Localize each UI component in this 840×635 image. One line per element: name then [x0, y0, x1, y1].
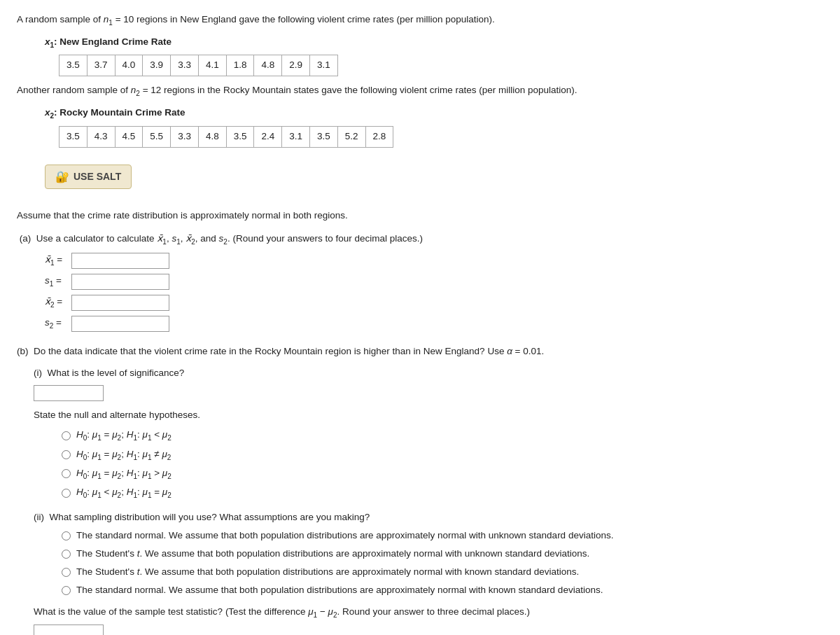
x1-data-table: 3.53.74.03.93.34.11.84.82.93.1 [59, 55, 338, 76]
sampling-label-3: The Student's t. We assume that both pop… [76, 565, 579, 580]
part-b-label: (b) Do the data indicate that the violen… [17, 344, 823, 359]
test-statistic-question: What is the value of the sample test sta… [34, 605, 823, 620]
hypothesis-option-3[interactable]: H0: μ1 = μ2; H1: μ1 > μ2 [62, 466, 823, 482]
sampling-radio-1[interactable] [62, 531, 71, 540]
salt-icon: 🔐 [55, 170, 69, 183]
null-alt-label: State the null and alternate hypotheses. [34, 408, 823, 423]
sampling-option-3[interactable]: The Student's t. We assume that both pop… [62, 565, 823, 580]
sampling-label-1: The standard normal. We assume that both… [76, 529, 613, 543]
part-a-assumption: Assume that the crime rate distribution … [17, 209, 823, 223]
x2-mean-label: x̄2 = [45, 295, 71, 310]
x2-data-cell: 5.2 [337, 126, 365, 147]
s1-input[interactable] [71, 274, 169, 290]
x2-data-cell: 4.8 [198, 126, 226, 147]
x2-mean-input[interactable] [71, 295, 169, 311]
x1-data-cell: 3.9 [143, 55, 171, 76]
x2-data-cell: 4.3 [87, 126, 115, 147]
sampling-radio-4[interactable] [62, 586, 71, 595]
x2-data-table: 3.54.34.55.53.34.83.52.43.13.55.22.8 [59, 126, 393, 148]
x1-data-cell: 4.1 [198, 55, 226, 76]
x1-mean-input[interactable] [71, 253, 169, 269]
use-salt-button[interactable]: 🔐 USE SALT [45, 165, 132, 189]
x1-data-cell: 2.9 [282, 55, 310, 76]
x2-data-cell: 4.5 [115, 126, 143, 147]
hypothesis-option-2[interactable]: H0: μ1 = μ2; H1: μ1 ≠ μ2 [62, 447, 823, 463]
s1-label: s1 = [45, 274, 71, 289]
hypothesis-radio-2[interactable] [62, 450, 71, 459]
s2-row: s2 = [45, 316, 823, 332]
x1-data-cell: 4.0 [115, 55, 143, 76]
part-i-question: (i) What is the level of significance? [34, 366, 823, 381]
s2-label: s2 = [45, 316, 71, 331]
x1-data-cell: 3.5 [59, 55, 88, 76]
x2-data-cell: 2.8 [365, 126, 393, 147]
x2-data-cell: 3.3 [171, 126, 199, 147]
significance-input[interactable] [34, 385, 104, 401]
x2-data-cell: 5.5 [143, 126, 171, 147]
sampling-option-1[interactable]: The standard normal. We assume that both… [62, 529, 823, 543]
x2-mean-row: x̄2 = [45, 295, 823, 311]
x1-data-cell: 4.8 [254, 55, 282, 76]
s1-row: s1 = [45, 274, 823, 290]
x2-data-cell: 3.1 [282, 126, 310, 147]
hypothesis-label-2: H0: μ1 = μ2; H1: μ1 ≠ μ2 [76, 447, 171, 463]
sampling-option-4[interactable]: The standard normal. We assume that both… [62, 583, 823, 598]
hypothesis-radio-4[interactable] [62, 489, 71, 498]
x1-data-cell: 3.7 [87, 55, 115, 76]
intro-line2: Another random sample of n2 = 12 regions… [17, 83, 823, 99]
part-i-section: (i) What is the level of significance? S… [34, 366, 823, 501]
hypothesis-radio-3[interactable] [62, 469, 71, 478]
part-a-instruction: (a) Use a calculator to calculate x̄1, s… [17, 232, 823, 247]
x1-label: x1: New England Crime Rate [45, 35, 823, 50]
intro-line1: A random sample of n1 = 10 regions in Ne… [17, 13, 823, 28]
x2-data-cell: 3.5 [226, 126, 254, 147]
x1-data-cell: 1.8 [226, 55, 254, 76]
hypothesis-label-4: H0: μ1 < μ2; H1: μ1 = μ2 [76, 485, 172, 501]
part-ii-section: (ii) What sampling distribution will you… [34, 510, 823, 635]
part-b-section: (b) Do the data indicate that the violen… [17, 344, 823, 635]
hypothesis-option-1[interactable]: H0: μ1 = μ2; H1: μ1 < μ2 [62, 428, 823, 443]
sampling-options-group: The standard normal. We assume that both… [62, 529, 823, 598]
x2-data-cell: 2.4 [254, 126, 282, 147]
part-ii-question: (ii) What sampling distribution will you… [34, 510, 823, 525]
salt-label: USE SALT [74, 171, 121, 182]
x2-label: x2: Rocky Mountain Crime Rate [45, 106, 823, 121]
hypothesis-option-4[interactable]: H0: μ1 < μ2; H1: μ1 = μ2 [62, 485, 823, 501]
sampling-option-2[interactable]: The Student's t. We assume that both pop… [62, 547, 823, 561]
sampling-radio-3[interactable] [62, 568, 71, 577]
x1-data-cell: 3.3 [171, 55, 199, 76]
hypothesis-label-3: H0: μ1 = μ2; H1: μ1 > μ2 [76, 466, 172, 482]
x2-data-cell: 3.5 [59, 126, 88, 147]
x2-data-cell: 3.5 [310, 126, 338, 147]
x1-mean-row: x̄1 = [45, 253, 823, 269]
test-statistic-input[interactable] [34, 624, 104, 635]
x1-data-cell: 3.1 [310, 55, 338, 76]
hypotheses-group: H0: μ1 = μ2; H1: μ1 < μ2 H0: μ1 = μ2; H1… [62, 428, 823, 501]
sampling-label-4: The standard normal. We assume that both… [76, 583, 603, 598]
sampling-label-2: The Student's t. We assume that both pop… [76, 547, 589, 561]
hypothesis-label-1: H0: μ1 = μ2; H1: μ1 < μ2 [76, 428, 172, 443]
sampling-radio-2[interactable] [62, 550, 71, 559]
hypothesis-radio-1[interactable] [62, 431, 71, 440]
s2-input[interactable] [71, 316, 169, 332]
x1-mean-label: x̄1 = [45, 253, 71, 268]
